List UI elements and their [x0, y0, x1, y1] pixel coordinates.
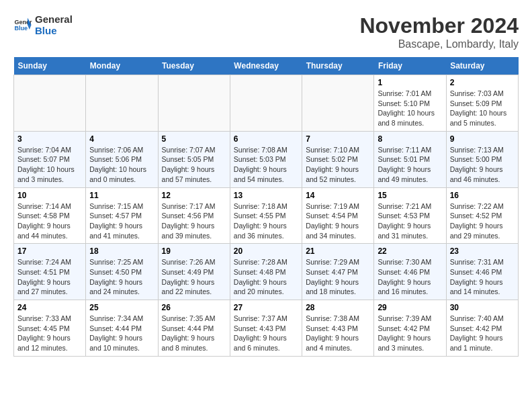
svg-text:Blue: Blue: [14, 25, 28, 32]
day-info: Sunrise: 7:13 AM Sunset: 5:00 PM Dayligh…: [450, 145, 515, 185]
day-info: Sunrise: 7:11 AM Sunset: 5:01 PM Dayligh…: [378, 145, 442, 185]
day-number: 21: [306, 246, 370, 256]
calendar-cell: 2Sunrise: 7:03 AM Sunset: 5:09 PM Daylig…: [446, 75, 518, 132]
weekday-header: Tuesday: [158, 57, 230, 75]
calendar-cell: 24Sunrise: 7:33 AM Sunset: 4:45 PM Dayli…: [14, 300, 86, 357]
day-number: 13: [234, 191, 298, 200]
weekday-header: Friday: [374, 57, 446, 75]
day-number: 16: [450, 191, 515, 200]
day-info: Sunrise: 7:07 AM Sunset: 5:05 PM Dayligh…: [162, 145, 226, 185]
day-info: Sunrise: 7:22 AM Sunset: 4:52 PM Dayligh…: [450, 201, 515, 241]
calendar-cell: 12Sunrise: 7:17 AM Sunset: 4:56 PM Dayli…: [158, 187, 230, 244]
day-number: 27: [234, 303, 298, 312]
calendar-cell: 30Sunrise: 7:40 AM Sunset: 4:42 PM Dayli…: [446, 300, 518, 357]
calendar-cell: 29Sunrise: 7:39 AM Sunset: 4:42 PM Dayli…: [374, 300, 446, 357]
day-number: 29: [378, 303, 442, 312]
calendar-week-row: 17Sunrise: 7:24 AM Sunset: 4:51 PM Dayli…: [14, 244, 519, 300]
calendar-week-row: 24Sunrise: 7:33 AM Sunset: 4:45 PM Dayli…: [14, 300, 519, 357]
calendar-cell: [86, 75, 158, 132]
calendar-cell: 10Sunrise: 7:14 AM Sunset: 4:58 PM Dayli…: [14, 187, 86, 244]
day-info: Sunrise: 7:21 AM Sunset: 4:53 PM Dayligh…: [378, 201, 442, 241]
calendar-week-row: 1Sunrise: 7:01 AM Sunset: 5:10 PM Daylig…: [14, 75, 519, 132]
day-info: Sunrise: 7:14 AM Sunset: 4:58 PM Dayligh…: [17, 201, 82, 241]
calendar-cell: 21Sunrise: 7:29 AM Sunset: 4:47 PM Dayli…: [302, 244, 374, 300]
calendar-table: SundayMondayTuesdayWednesdayThursdayFrid…: [13, 57, 519, 357]
calendar-cell: 26Sunrise: 7:35 AM Sunset: 4:44 PM Dayli…: [158, 300, 230, 357]
day-info: Sunrise: 7:38 AM Sunset: 4:43 PM Dayligh…: [306, 314, 370, 353]
page-header: General Blue General Blue November 2024 …: [13, 13, 519, 50]
calendar-week-row: 3Sunrise: 7:04 AM Sunset: 5:07 PM Daylig…: [14, 131, 519, 187]
day-info: Sunrise: 7:31 AM Sunset: 4:46 PM Dayligh…: [450, 257, 515, 297]
calendar-cell: 23Sunrise: 7:31 AM Sunset: 4:46 PM Dayli…: [446, 244, 518, 300]
calendar-cell: [302, 75, 374, 132]
calendar-cell: 20Sunrise: 7:28 AM Sunset: 4:48 PM Dayli…: [230, 244, 302, 300]
page-title: November 2024: [359, 13, 519, 38]
day-number: 3: [17, 134, 82, 144]
day-number: 6: [234, 134, 298, 144]
day-number: 7: [306, 134, 370, 144]
calendar-cell: 16Sunrise: 7:22 AM Sunset: 4:52 PM Dayli…: [446, 187, 518, 244]
calendar-cell: 18Sunrise: 7:25 AM Sunset: 4:50 PM Dayli…: [86, 244, 158, 300]
day-number: 19: [162, 246, 226, 256]
day-number: 28: [306, 303, 370, 312]
day-number: 5: [162, 134, 226, 144]
day-number: 20: [234, 246, 298, 256]
logo: General Blue General Blue: [13, 13, 73, 36]
day-number: 17: [17, 246, 82, 256]
day-info: Sunrise: 7:15 AM Sunset: 4:57 PM Dayligh…: [89, 201, 154, 241]
day-info: Sunrise: 7:18 AM Sunset: 4:55 PM Dayligh…: [234, 201, 298, 241]
calendar-cell: [230, 75, 302, 132]
day-info: Sunrise: 7:39 AM Sunset: 4:42 PM Dayligh…: [378, 314, 442, 353]
day-number: 25: [89, 303, 154, 312]
day-info: Sunrise: 7:17 AM Sunset: 4:56 PM Dayligh…: [162, 201, 226, 241]
day-info: Sunrise: 7:33 AM Sunset: 4:45 PM Dayligh…: [17, 314, 82, 353]
calendar-cell: 13Sunrise: 7:18 AM Sunset: 4:55 PM Dayli…: [230, 187, 302, 244]
day-number: 1: [378, 78, 442, 87]
day-info: Sunrise: 7:28 AM Sunset: 4:48 PM Dayligh…: [234, 257, 298, 297]
day-info: Sunrise: 7:04 AM Sunset: 5:07 PM Dayligh…: [17, 145, 82, 185]
day-info: Sunrise: 7:34 AM Sunset: 4:44 PM Dayligh…: [89, 314, 154, 353]
calendar-cell: 11Sunrise: 7:15 AM Sunset: 4:57 PM Dayli…: [86, 187, 158, 244]
day-info: Sunrise: 7:24 AM Sunset: 4:51 PM Dayligh…: [17, 257, 82, 297]
day-info: Sunrise: 7:06 AM Sunset: 5:06 PM Dayligh…: [89, 145, 154, 185]
day-number: 22: [378, 246, 442, 256]
calendar-cell: 22Sunrise: 7:30 AM Sunset: 4:46 PM Dayli…: [374, 244, 446, 300]
day-number: 12: [162, 191, 226, 200]
day-number: 14: [306, 191, 370, 200]
day-info: Sunrise: 7:30 AM Sunset: 4:46 PM Dayligh…: [378, 257, 442, 297]
calendar-cell: 14Sunrise: 7:19 AM Sunset: 4:54 PM Dayli…: [302, 187, 374, 244]
day-info: Sunrise: 7:29 AM Sunset: 4:47 PM Dayligh…: [306, 257, 370, 297]
day-number: 15: [378, 191, 442, 200]
day-info: Sunrise: 7:40 AM Sunset: 4:42 PM Dayligh…: [450, 314, 515, 353]
day-number: 4: [89, 134, 154, 144]
calendar-week-row: 10Sunrise: 7:14 AM Sunset: 4:58 PM Dayli…: [14, 187, 519, 244]
calendar-cell: 5Sunrise: 7:07 AM Sunset: 5:05 PM Daylig…: [158, 131, 230, 187]
day-number: 18: [89, 246, 154, 256]
calendar-cell: 3Sunrise: 7:04 AM Sunset: 5:07 PM Daylig…: [14, 131, 86, 187]
day-info: Sunrise: 7:25 AM Sunset: 4:50 PM Dayligh…: [89, 257, 154, 297]
day-number: 2: [450, 78, 515, 87]
calendar-cell: 17Sunrise: 7:24 AM Sunset: 4:51 PM Dayli…: [14, 244, 86, 300]
calendar-cell: 6Sunrise: 7:08 AM Sunset: 5:03 PM Daylig…: [230, 131, 302, 187]
calendar-cell: 15Sunrise: 7:21 AM Sunset: 4:53 PM Dayli…: [374, 187, 446, 244]
weekday-header: Thursday: [302, 57, 374, 75]
weekday-header: Monday: [86, 57, 158, 75]
calendar-header-row: SundayMondayTuesdayWednesdayThursdayFrid…: [14, 57, 519, 75]
day-info: Sunrise: 7:19 AM Sunset: 4:54 PM Dayligh…: [306, 201, 370, 241]
logo-icon: General Blue: [13, 15, 32, 34]
day-info: Sunrise: 7:35 AM Sunset: 4:44 PM Dayligh…: [162, 314, 226, 353]
page-subtitle: Bascape, Lombardy, Italy: [359, 38, 519, 50]
day-number: 10: [17, 191, 82, 200]
calendar-cell: 7Sunrise: 7:10 AM Sunset: 5:02 PM Daylig…: [302, 131, 374, 187]
calendar-cell: 8Sunrise: 7:11 AM Sunset: 5:01 PM Daylig…: [374, 131, 446, 187]
day-number: 11: [89, 191, 154, 200]
day-info: Sunrise: 7:26 AM Sunset: 4:49 PM Dayligh…: [162, 257, 226, 297]
weekday-header: Wednesday: [230, 57, 302, 75]
logo-text: General Blue: [35, 13, 73, 36]
calendar-cell: 19Sunrise: 7:26 AM Sunset: 4:49 PM Dayli…: [158, 244, 230, 300]
calendar-cell: 28Sunrise: 7:38 AM Sunset: 4:43 PM Dayli…: [302, 300, 374, 357]
calendar-cell: 9Sunrise: 7:13 AM Sunset: 5:00 PM Daylig…: [446, 131, 518, 187]
day-number: 9: [450, 134, 515, 144]
day-number: 24: [17, 303, 82, 312]
day-number: 26: [162, 303, 226, 312]
